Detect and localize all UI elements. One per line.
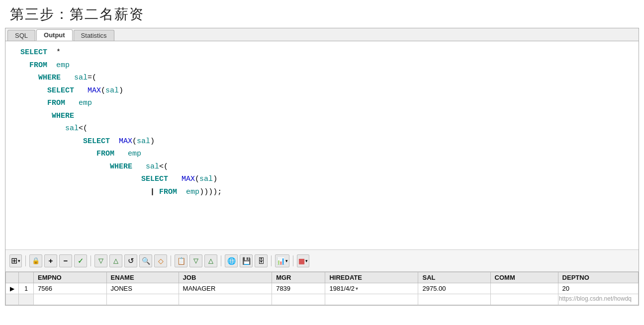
table-row-empty xyxy=(6,294,639,305)
hiredate-dropdown-arrow-icon[interactable]: ▾ xyxy=(356,286,358,291)
col-header-sal[interactable]: SAL xyxy=(418,272,490,283)
sep-3 xyxy=(171,255,171,266)
data-grid-container: EMPNO ENAME JOB MGR HIREDATE SAL COMM DE… xyxy=(5,272,639,305)
save-icon: 💾 xyxy=(242,257,251,265)
row-num-cell: 1 xyxy=(19,283,34,294)
add-btn[interactable]: + xyxy=(44,254,57,267)
sep-2 xyxy=(91,255,91,266)
export-icon: 📋 xyxy=(177,257,185,265)
db-btn[interactable]: 🗄 xyxy=(255,254,268,267)
empty-indicator xyxy=(6,294,19,305)
sep-1 xyxy=(25,255,26,266)
filter-up-btn[interactable]: △ xyxy=(109,254,122,267)
tab-output[interactable]: Output xyxy=(36,29,73,41)
lock-btn[interactable]: 🔒 xyxy=(29,254,42,267)
empty-hiredate xyxy=(325,294,418,305)
sep-6 xyxy=(293,255,293,266)
grid2-dropdown-arrow-icon: ▾ xyxy=(305,258,308,263)
col-header-indicator xyxy=(6,272,19,283)
remove-icon: − xyxy=(64,256,68,265)
clear-icon: ◇ xyxy=(158,257,164,265)
sql-line-11: SELECT MAX(sal) xyxy=(20,173,629,186)
export-btn[interactable]: 📋 xyxy=(175,254,187,267)
cell-sal[interactable]: 2975.00 xyxy=(418,283,490,294)
sep-4 xyxy=(221,255,221,266)
grid-header-row: EMPNO ENAME JOB MGR HIREDATE SAL COMM DE… xyxy=(6,272,639,283)
data-grid: EMPNO ENAME JOB MGR HIREDATE SAL COMM DE… xyxy=(5,272,639,305)
grid-dropdown-arrow-icon: ▾ xyxy=(18,258,20,263)
lock-icon: 🔒 xyxy=(32,257,40,264)
page-header: 第三步：第二名薪资 xyxy=(0,0,644,28)
empty-mgr xyxy=(272,294,325,305)
cell-hiredate[interactable]: 1981/4/2 ▾ xyxy=(325,283,418,294)
filter-up-icon: △ xyxy=(113,257,118,264)
page-title: 第三步：第二名薪资 xyxy=(10,5,634,24)
filter-down-btn[interactable]: ▽ xyxy=(94,254,107,267)
save-btn[interactable]: 💾 xyxy=(240,254,253,267)
nav-up-icon: △ xyxy=(208,257,213,264)
empty-empno xyxy=(34,294,107,305)
search-icon: 🔍 xyxy=(142,257,150,265)
cell-ename[interactable]: JONES xyxy=(106,283,179,294)
sql-line-2: FROM emp xyxy=(20,59,629,72)
sql-line-3: WHERE sal=( xyxy=(20,72,629,84)
empty-num xyxy=(19,294,34,305)
nav-up-btn[interactable]: △ xyxy=(204,254,217,267)
col-header-empno[interactable]: EMPNO xyxy=(34,272,107,283)
cell-empno[interactable]: 7566 xyxy=(34,283,107,294)
chart-icon: 📊 xyxy=(276,257,285,265)
cell-comm[interactable] xyxy=(490,283,558,294)
nav-down-icon: ▽ xyxy=(193,257,198,264)
empty-sal xyxy=(418,294,490,305)
cell-deptno[interactable]: 20 xyxy=(558,283,638,294)
col-header-hiredate[interactable]: HIREDATE xyxy=(325,272,418,283)
grid-icon: ⊞ xyxy=(11,256,17,265)
grid-dropdown-btn[interactable]: ⊞ ▾ xyxy=(9,254,22,267)
col-header-num xyxy=(19,272,34,283)
sql-editor[interactable]: SELECT * FROM emp WHERE sal=( SELECT MAX… xyxy=(5,41,639,250)
tab-statistics[interactable]: Statistics xyxy=(74,30,114,41)
clear-btn[interactable]: ◇ xyxy=(154,254,167,267)
sep-5 xyxy=(271,255,272,266)
chart-dropdown-btn[interactable]: 📊 ▾ xyxy=(275,254,289,267)
refresh-btn[interactable]: ↺ xyxy=(124,254,137,267)
check-btn[interactable]: ✓ xyxy=(74,254,87,267)
toolbar: ⊞ ▾ 🔒 + − ✓ ▽ △ ↺ 🔍 ◇ xyxy=(5,250,639,272)
main-container: SQL Output Statistics SELECT * FROM emp … xyxy=(5,28,639,306)
col-header-deptno[interactable]: DEPTNO xyxy=(558,272,638,283)
nav-down-btn[interactable]: ▽ xyxy=(189,254,202,267)
row-indicator-cell: ▶ xyxy=(6,283,19,294)
table-row[interactable]: ▶ 1 7566 JONES MANAGER 7839 1981/4/2 ▾ 2… xyxy=(6,283,639,294)
sql-line-1: SELECT * xyxy=(20,46,629,59)
refresh-icon: ↺ xyxy=(128,256,134,265)
sql-line-4: SELECT MAX(sal) xyxy=(20,84,629,97)
db-icon: 🗄 xyxy=(258,257,265,265)
tabs-row: SQL Output Statistics xyxy=(5,28,639,41)
col-header-ename[interactable]: ENAME xyxy=(106,272,179,283)
tree-icon: 🌐 xyxy=(227,257,236,265)
cell-mgr[interactable]: 7839 xyxy=(272,283,325,294)
empty-comm xyxy=(490,294,558,305)
check-icon: ✓ xyxy=(78,256,84,265)
col-header-job[interactable]: JOB xyxy=(179,272,272,283)
grid2-icon: ▦ xyxy=(298,257,305,265)
remove-btn[interactable]: − xyxy=(59,254,72,267)
empty-ename xyxy=(106,294,179,305)
empty-job xyxy=(179,294,272,305)
cell-job[interactable]: MANAGER xyxy=(179,283,272,294)
sql-line-10: WHERE sal<( xyxy=(20,161,629,173)
tab-sql[interactable]: SQL xyxy=(7,30,35,41)
sql-line-12: | FROM emp)))); xyxy=(20,186,629,199)
add-icon: + xyxy=(49,256,53,265)
col-header-comm[interactable]: COMM xyxy=(490,272,558,283)
sql-line-7: sal<( xyxy=(20,122,629,135)
watermark: https://blog.csdn.net/howdq xyxy=(559,295,632,302)
sql-line-9: FROM emp xyxy=(20,148,629,161)
sql-line-8: SELECT MAX(sal) xyxy=(20,135,629,148)
search-btn[interactable]: 🔍 xyxy=(139,254,152,267)
tree-btn[interactable]: 🌐 xyxy=(225,254,238,267)
grid2-dropdown-btn[interactable]: ▦ ▾ xyxy=(297,254,309,267)
sql-line-5: FROM emp xyxy=(20,97,629,110)
col-header-mgr[interactable]: MGR xyxy=(272,272,325,283)
filter-down-icon: ▽ xyxy=(98,257,103,264)
